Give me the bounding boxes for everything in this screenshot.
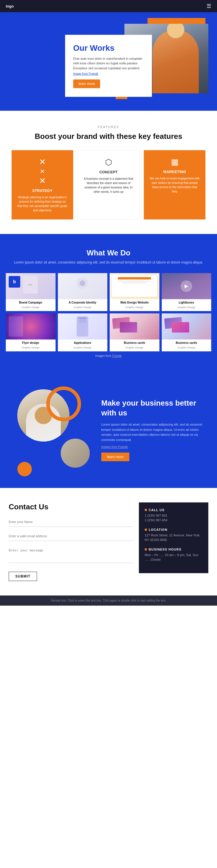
phone-screen2 [79, 320, 86, 321]
features-label: FEATURES [11, 125, 206, 129]
lightbox-play: ▶ [181, 280, 192, 292]
portfolio-category-4: Graphic Design [22, 346, 40, 349]
portfolio-title-3: Lightboxes [163, 301, 210, 304]
portfolio-thumb-0: b doc [6, 273, 56, 299]
hero-person-head [167, 24, 184, 38]
business-images-link[interactable]: Images from Freepik [101, 445, 206, 448]
contact-title: Contact Us [9, 502, 133, 512]
feature-card-strategy-title: STRATEGY [17, 188, 68, 193]
call-label-text: CALL US [149, 508, 164, 512]
footer-text: Sample text. Click to select the text bo… [50, 599, 166, 602]
hamburger-icon[interactable]: ☰ [207, 3, 211, 9]
portfolio-title-0: Brand Campaign [7, 301, 55, 304]
portfolio-title-4: Flyer design [7, 341, 55, 344]
contact-call-label: CALL US [145, 508, 203, 512]
contact-hours-label: BUSINESS HOURS [145, 548, 203, 551]
portfolio-thumb-2 [110, 273, 159, 299]
corporate-icon [77, 277, 88, 289]
feature-card-concept-desc: A business concept is a statement that d… [83, 177, 134, 194]
portfolio-item-7[interactable]: Business cards Graphic Design [162, 313, 212, 351]
corporate-inner-icon [79, 280, 85, 286]
portfolio-thumb-3: ▶ [162, 273, 212, 299]
portfolio-category-7: Graphic Design [177, 346, 195, 349]
features-title: Boost your brand with these key features [11, 132, 206, 142]
portfolio-category-0: Graphic Design [22, 306, 40, 309]
location-label-text: LOCATION [149, 528, 168, 531]
feature-card-strategy: ✕×✕ STRATEGY Strategic planning is an or… [11, 150, 73, 219]
portfolio-label-7: Business cards Graphic Design [162, 340, 212, 351]
header: logo ☰ [0, 0, 217, 12]
portfolio-label-6: Business cards Graphic Design [110, 340, 159, 351]
contact-address: 127 Rock Street, 21 Avenue, New York, NY… [145, 533, 203, 542]
contact-name-input[interactable] [9, 517, 133, 527]
contact-form: Contact Us SUBMIT [9, 502, 133, 581]
phone-mockup [77, 316, 88, 337]
hero-learn-more-button[interactable]: learn more [73, 80, 100, 88]
webdesign-header [118, 277, 151, 279]
hero-title: Our Works [73, 43, 144, 53]
contact-location-item: LOCATION 127 Rock Street, 21 Avenue, New… [145, 528, 203, 542]
portfolio-thumb-5 [58, 313, 108, 340]
hours-label-text: BUSINESS HOURS [149, 548, 181, 551]
hero-card: Our Works Duis aute irure dolor in repre… [65, 35, 152, 97]
portfolio-item-2[interactable]: Web Design Website Graphic Design [110, 273, 159, 311]
portfolio-title-7: Business cards [163, 341, 210, 344]
portfolio-thumb-4 [6, 313, 56, 340]
hero-person-silhouette [152, 30, 199, 93]
portfolio-label-5: Applications Graphic Design [58, 340, 108, 351]
contact-submit-button[interactable]: SUBMIT [9, 572, 37, 581]
portfolio-item-1[interactable]: A Corporate Identity Graphic Design [58, 273, 108, 311]
biz2-card-2 [172, 322, 189, 333]
feature-card-concept-title: CONCEPT [83, 170, 134, 174]
what-we-do-title: What We Do [6, 248, 211, 257]
hours-dot [145, 548, 147, 551]
portfolio-category-2: Graphic Design [125, 306, 144, 309]
webdesign-line1 [118, 281, 151, 282]
portfolio-title-5: Applications [59, 341, 106, 344]
hero-image-from-link[interactable]: Image from Freepik [73, 72, 144, 75]
business-learn-button[interactable]: learn more [101, 453, 129, 461]
strategy-icon: ✕×✕ [17, 157, 68, 186]
features-section: FEATURES Boost your brand with these key… [0, 111, 217, 234]
portfolio-category-3: Graphic Design [177, 306, 195, 309]
contact-message-input[interactable] [9, 546, 133, 563]
biz-card-2 [120, 322, 137, 333]
portfolio-title-6: Business cards [111, 341, 158, 344]
logo: logo [6, 4, 13, 8]
webdesign-line2 [122, 282, 147, 283]
flyer-shape [9, 316, 23, 337]
hero-section: Our Works Duis aute irure dolor in repre… [0, 12, 217, 111]
freepik-link[interactable]: Freepik [112, 354, 122, 358]
hero-description: Duis aute irure dolor in reprehenderit i… [73, 56, 144, 71]
what-we-do-subtitle: Lorem ipsum dolor sit amet, consectetur … [6, 260, 211, 265]
portfolio-title-1: A Corporate Identity [59, 301, 106, 304]
location-dot [145, 528, 147, 531]
business-images-inner [11, 390, 93, 470]
business-circle-small [61, 439, 90, 468]
marketing-icon: ▦ [149, 157, 200, 167]
business-images [11, 390, 93, 470]
orange-circle-small [17, 462, 32, 476]
webdesign-mockup [112, 275, 157, 297]
phone-screen3 [79, 321, 86, 323]
portfolio-item-3[interactable]: ▶ Lightboxes Graphic Design [162, 273, 212, 311]
play-icon: ▶ [185, 283, 188, 289]
portfolio-thumb-1 [58, 273, 108, 299]
portfolio-label-0: Brand Campaign Graphic Design [6, 299, 56, 311]
business-text: Make your business better with us Lorem … [101, 398, 206, 461]
feature-card-marketing: ▦ MARKETING We can help to boost engagem… [144, 150, 206, 219]
business-description: Lorem ipsum dolor sit amet, consectetur … [101, 422, 206, 442]
call-dot [145, 509, 147, 511]
portfolio-item-6[interactable]: Business cards Graphic Design [110, 313, 159, 351]
portfolio-category-5: Graphic Design [73, 346, 92, 349]
feature-card-marketing-title: MARKETING [149, 169, 200, 174]
brand-icon: b [9, 276, 20, 288]
portfolio-item-5[interactable]: Applications Graphic Design [58, 313, 108, 351]
portfolio-item-4[interactable]: Flyer design Graphic Design [6, 313, 56, 351]
portfolio-thumb-7 [162, 313, 212, 340]
footer: Sample text. Click to select the text bo… [0, 595, 217, 606]
portfolio-item-0[interactable]: b doc Brand Campaign Graphic Design [6, 273, 56, 311]
small-img-bg [61, 439, 90, 468]
contact-email-input[interactable] [9, 531, 133, 541]
portfolio-label-2: Web Design Website Graphic Design [110, 299, 159, 311]
